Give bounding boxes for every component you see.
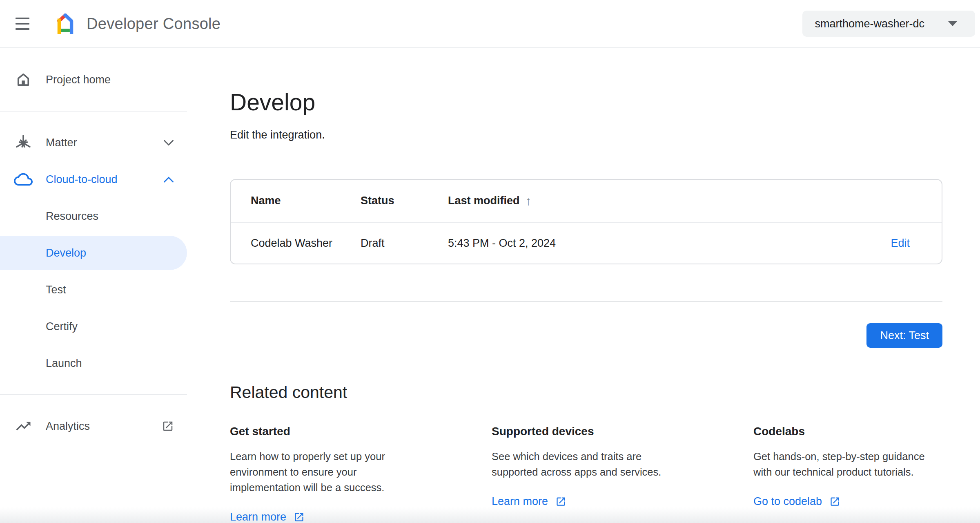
sidebar-item-label: Launch (46, 357, 82, 370)
caret-down-icon (948, 21, 957, 26)
card-title: Supported devices (492, 425, 681, 438)
cloud-icon (14, 170, 33, 189)
menu-icon[interactable] (16, 18, 29, 30)
app-title: Developer Console (87, 15, 220, 33)
sidebar-item-resources[interactable]: Resources (0, 198, 187, 235)
learn-more-link[interactable]: Learn more (492, 495, 566, 508)
sidebar-item-test[interactable]: Test (0, 271, 187, 308)
page-subtitle: Edit the integration. (230, 129, 942, 141)
go-to-codelab-link[interactable]: Go to codelab (753, 495, 840, 508)
sidebar-item-develop[interactable]: Develop (0, 236, 187, 270)
matter-icon (14, 134, 33, 152)
related-card-get-started: Get started Learn how to properly set up… (230, 425, 419, 523)
column-header-status: Status (361, 194, 448, 207)
sidebar: Project home Matter (0, 48, 187, 445)
sidebar-item-label: Test (46, 284, 66, 296)
sidebar-item-label: Certify (46, 320, 78, 333)
home-icon (14, 71, 33, 88)
sidebar-divider (0, 394, 187, 395)
external-link-icon (162, 420, 174, 432)
main-content: Develop Edit the integration. Name Statu… (187, 48, 980, 523)
sidebar-item-label: Cloud-to-cloud (46, 173, 163, 186)
section-divider (230, 301, 942, 302)
page-title: Develop (230, 89, 942, 116)
table-row: Codelab Washer Draft 5:43 PM - Oct 2, 20… (231, 222, 942, 264)
learn-more-link[interactable]: Learn more (230, 511, 305, 523)
column-header-name: Name (251, 194, 361, 207)
card-title: Codelabs (753, 425, 942, 438)
sidebar-item-cloud-to-cloud[interactable]: Cloud-to-cloud (0, 161, 187, 198)
external-link-icon (829, 496, 840, 507)
related-card-codelabs: Codelabs Get hands-on, step-by-step guid… (753, 425, 942, 523)
card-body: See which devices and traits are support… (492, 449, 681, 480)
integrations-table: Name Status Last modified ↑ Codelab Wash… (230, 179, 942, 264)
card-body: Learn how to properly set up your enviro… (230, 449, 419, 495)
chevron-down-icon (163, 139, 174, 146)
table-header: Name Status Last modified ↑ (231, 180, 942, 222)
column-header-last-modified[interactable]: Last modified ↑ (448, 194, 942, 208)
cell-name: Codelab Washer (251, 237, 361, 250)
app-header: Developer Console smarthome-washer-dc (0, 0, 980, 48)
chevron-up-icon (163, 176, 174, 183)
external-link-icon (555, 496, 566, 507)
sidebar-item-label: Project home (46, 74, 174, 86)
sidebar-item-project-home[interactable]: Project home (0, 61, 187, 98)
sidebar-item-label: Analytics (46, 420, 162, 433)
sidebar-item-analytics[interactable]: Analytics (0, 408, 187, 445)
trending-up-icon (14, 418, 33, 435)
sidebar-item-certify[interactable]: Certify (0, 308, 187, 345)
card-body: Get hands-on, step-by-step guidance with… (753, 449, 942, 480)
card-title: Get started (230, 425, 419, 438)
next-test-button[interactable]: Next: Test (866, 323, 942, 348)
cell-status: Draft (361, 237, 448, 250)
sidebar-item-label: Matter (46, 136, 163, 149)
sidebar-item-launch[interactable]: Launch (0, 345, 187, 382)
sidebar-item-label: Develop (46, 247, 86, 259)
sidebar-divider (0, 111, 187, 112)
related-content-cards: Get started Learn how to properly set up… (230, 425, 942, 523)
google-home-logo (55, 13, 76, 34)
project-selector-value: smarthome-washer-dc (815, 18, 924, 30)
sort-ascending-icon: ↑ (526, 194, 532, 208)
edit-link[interactable]: Edit (891, 237, 910, 250)
external-link-icon (294, 512, 305, 523)
sidebar-item-label: Resources (46, 210, 98, 223)
sidebar-item-matter[interactable]: Matter (0, 124, 187, 161)
related-card-supported-devices: Supported devices See which devices and … (492, 425, 681, 523)
related-content-heading: Related content (230, 383, 942, 402)
project-selector[interactable]: smarthome-washer-dc (802, 11, 975, 37)
cell-last-modified: 5:43 PM - Oct 2, 2024 (448, 237, 891, 250)
